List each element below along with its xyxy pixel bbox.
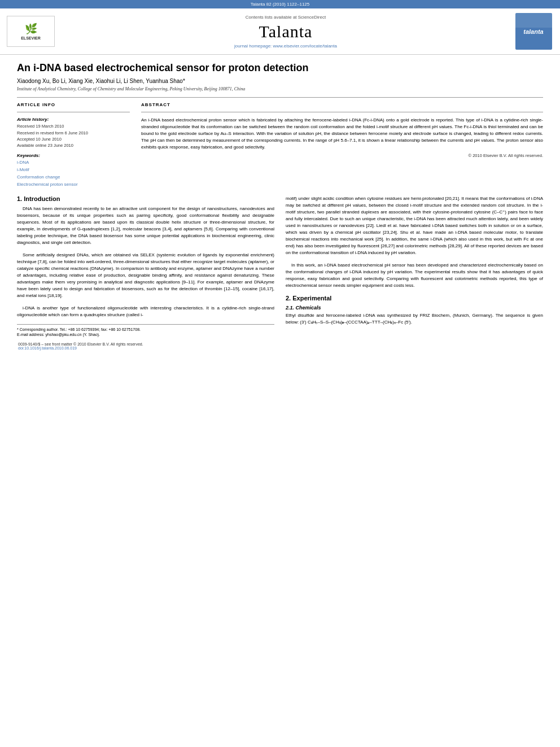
abstract-col: ABSTRACT An i-DNA based electrochemical … bbox=[141, 102, 543, 188]
keyword-3[interactable]: Conformation change bbox=[17, 174, 130, 181]
article-title: An i-DNA based electrochemical sensor fo… bbox=[17, 62, 543, 75]
keywords-label: Keywords: bbox=[17, 153, 130, 158]
top-bar: Talanta 82 (2010) 1122–1125 bbox=[0, 0, 560, 8]
journal-header-left: 🌿 ELSEVIER bbox=[7, 13, 58, 50]
intro-para1: DNA has been demonstrated recently to be… bbox=[17, 206, 274, 246]
right-para1: motif) under slight acidic condition whe… bbox=[286, 195, 543, 256]
keyword-4[interactable]: Electrochemical proton sensor bbox=[17, 181, 130, 189]
copyright: © 2010 Elsevier B.V. All rights reserved… bbox=[141, 153, 543, 158]
keyword-1[interactable]: i-DNA bbox=[17, 159, 130, 167]
footnote-section: * Corresponding author. Tel.: +86 10 627… bbox=[17, 324, 274, 338]
article-info-title: ARTICLE INFO bbox=[17, 102, 130, 107]
footnote-corresponding: * Corresponding author. Tel.: +86 10 627… bbox=[17, 327, 274, 333]
contents-line: Contents lists available at ScienceDirec… bbox=[246, 15, 326, 20]
right-para2: In this work, an i-DNA based electrochem… bbox=[286, 262, 543, 289]
intro-para3: i-DNA is another type of functionalized … bbox=[17, 305, 274, 318]
divider-3 bbox=[141, 112, 543, 112]
intro-para2: Some artificially designed DNAs, which a… bbox=[17, 252, 274, 299]
journal-header: 🌿 ELSEVIER Contents lists available at S… bbox=[0, 8, 560, 55]
journal-issue: Talanta 82 (2010) 1122–1125 bbox=[251, 2, 310, 7]
footnote-email: E-mail address: yhshao@pku.edu.cn (Y. Sh… bbox=[17, 332, 274, 338]
page: Talanta 82 (2010) 1122–1125 🌿 ELSEVIER C… bbox=[0, 0, 560, 747]
received-date: Received 19 March 2010 bbox=[17, 123, 130, 129]
authors: Xiaodong Xu, Bo Li, Xiang Xie, Xiaohui L… bbox=[17, 78, 543, 84]
intro-heading: 1. Introduction bbox=[17, 195, 274, 202]
bottom-bar: 0039-9140/$ – see front matter © 2010 El… bbox=[17, 342, 274, 346]
divider-1 bbox=[17, 97, 543, 98]
doi-text[interactable]: doi:10.1016/j.talanta.2010.06.019 bbox=[18, 346, 273, 350]
journal-homepage: journal homepage: www.elsevier.com/locat… bbox=[234, 43, 337, 49]
section2-para: Ethyl disulfide and ferrocene-labeled i-… bbox=[286, 312, 543, 326]
article-info-abstract: ARTICLE INFO Article history: Received 1… bbox=[17, 102, 543, 188]
elsevier-logo: 🌿 ELSEVIER bbox=[7, 16, 55, 47]
keywords-section: Keywords: i-DNA i-Motif Conformation cha… bbox=[17, 153, 130, 188]
homepage-url[interactable]: www.elsevier.com/locate/talanta bbox=[273, 43, 337, 49]
elsevier-logo-text: ELSEVIER bbox=[21, 36, 41, 40]
elsevier-tree-icon: 🌿 bbox=[25, 23, 37, 35]
journal-header-right: talanta bbox=[514, 13, 553, 50]
talanta-logo-text: talanta bbox=[523, 28, 543, 35]
affiliation: Institute of Analytical Chemistry, Colle… bbox=[17, 86, 543, 91]
issn-text: 0039-9140/$ – see front matter © 2010 El… bbox=[18, 342, 143, 346]
main-content: An i-DNA based electrochemical sensor fo… bbox=[0, 55, 560, 356]
body-section: 1. Introduction DNA has been demonstrate… bbox=[17, 195, 543, 351]
article-info-col: ARTICLE INFO Article history: Received 1… bbox=[17, 102, 130, 188]
section2-sub-heading: 2.1. Chemicals bbox=[286, 305, 543, 311]
divider-2 bbox=[17, 112, 130, 112]
journal-header-center: Contents lists available at ScienceDirec… bbox=[63, 13, 508, 50]
abstract-text: An i-DNA based electrochemical proton se… bbox=[141, 117, 543, 151]
section2-heading: 2. Experimental bbox=[286, 295, 543, 302]
accepted-date: Accepted 10 June 2010 bbox=[17, 136, 130, 142]
article-history-label: Article history: bbox=[17, 117, 130, 122]
body-right-col: motif) under slight acidic condition whe… bbox=[286, 195, 543, 351]
body-left-col: 1. Introduction DNA has been demonstrate… bbox=[17, 195, 274, 351]
available-date: Available online 23 June 2010 bbox=[17, 142, 130, 148]
received-revised-date: Received in revised form 6 June 2010 bbox=[17, 130, 130, 136]
talanta-logo-box: talanta bbox=[515, 13, 552, 50]
keyword-2[interactable]: i-Motif bbox=[17, 167, 130, 174]
abstract-title: ABSTRACT bbox=[141, 102, 543, 107]
journal-name: Talanta bbox=[259, 22, 313, 41]
